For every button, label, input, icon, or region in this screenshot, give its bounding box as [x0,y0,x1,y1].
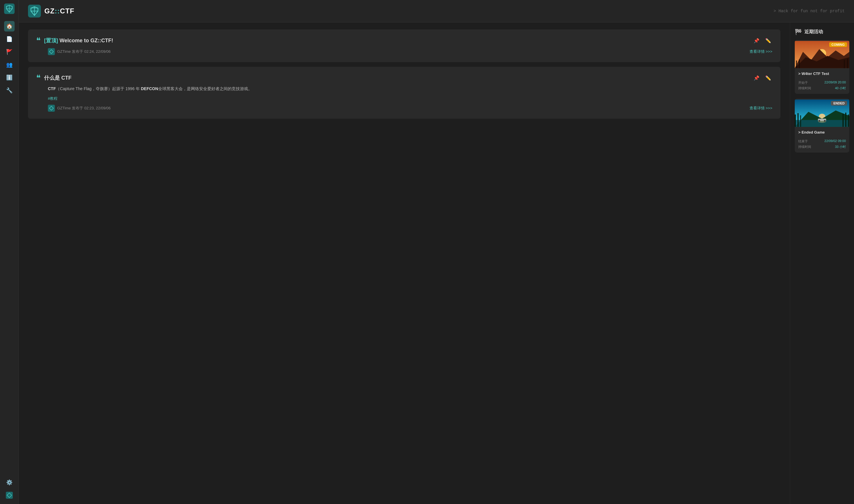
sidebar: 🏠 📄 🚩 👥 ℹ️ 🔧 ⚙️ [0,0,19,504]
post-card: ❝ [置顶] Welcome to GZ::CTF! 📌 ✏️ [28,30,781,62]
post-title-area: ❝ 什么是 CTF [36,74,71,82]
logo-separator: :: [55,7,60,15]
game-card-info: 开始于 22/09/09 20:00 持续时间 40 小时 [795,78,849,94]
quote-icon: ❝ [36,36,40,44]
game-card-ended[interactable]: ENDED > Ended Game 结束于 22/09/02 09:00 持续… [795,98,849,152]
post-actions: 📌 ✏️ [752,37,772,44]
header-tagline: > Hack for fun not for profit [773,9,845,14]
recent-activity-header: 🏁 近期活动 [795,28,849,35]
quote-icon: ❝ [36,74,40,82]
post-title-area: ❝ [置顶] Welcome to GZ::CTF! [36,36,113,44]
game-card-image: COMING [795,40,849,69]
svg-rect-23 [848,115,849,127]
logo-svg [28,5,41,18]
game-card-info-ended: 结束于 22/09/02 09:00 持续时间 33 小时 [795,137,849,152]
main-area: GZ::CTF > Hack for fun not for profit ❝ … [19,0,854,504]
post-header: ❝ 什么是 CTF 📌 ✏️ [36,74,772,82]
game-badge-coming: COMING [829,42,847,47]
svg-point-25 [818,120,820,122]
author-name: GZTime 发布于 02:24, 22/09/06 [57,49,111,54]
game-badge-ended: ENDED [831,101,847,106]
unpin-button[interactable]: 📌 [752,37,761,44]
svg-point-26 [824,120,826,122]
edit-button[interactable]: ✏️ [764,37,772,44]
post-header: ❝ [置顶] Welcome to GZ::CTF! 📌 ✏️ [36,36,772,44]
post-body-bold-defcon: DEFCON [141,86,158,91]
avatar [48,48,55,55]
author-published: 发布于 02:24, 22/09/06 [72,49,111,54]
svg-rect-12 [847,59,848,68]
edit-button[interactable]: ✏️ [764,74,772,82]
post-footer: GZTime 发布于 02:24, 22/09/06 查看详情 >>> [48,48,772,55]
game-end-value: 22/09/02 09:00 [824,139,846,144]
posts-area: ❝ [置顶] Welcome to GZ::CTF! 📌 ✏️ [19,22,790,504]
game-card-title-ended: > Ended Game [795,128,849,137]
post-author: GZTime 发布于 02:24, 22/09/06 [48,48,111,55]
svg-rect-20 [800,115,801,127]
author-name-text: GZTime [57,49,71,54]
svg-rect-18 [795,115,796,127]
game-start-label: 开始于 [798,80,808,85]
svg-rect-11 [844,60,845,68]
sidebar-logo [4,3,15,14]
sidebar-bottom: ⚙️ [4,477,15,501]
svg-rect-10 [799,59,800,68]
post-actions: 📌 ✏️ [752,74,772,82]
content-layout: ❝ [置顶] Welcome to GZ::CTF! 📌 ✏️ [19,22,854,504]
svg-rect-22 [845,112,847,127]
post-footer: GZTime 发布于 02:23, 22/09/06 查看详情 >>> [48,105,772,112]
right-sidebar: 🏁 近期活动 [790,22,854,504]
post-detail-link[interactable]: 查看详情 >>> [750,49,772,54]
sidebar-profile[interactable] [4,490,15,501]
post-title-text: Welcome to GZ::CTF! [59,38,113,43]
sidebar-item-users[interactable]: 👥 [4,59,15,70]
post-body: CTF（Capture The Flag，夺旗赛）起源于 1996 年 DEFC… [48,86,772,92]
game-info-row-end: 结束于 22/09/02 09:00 [798,139,846,144]
game-card-image-ended: ENDED [795,98,849,128]
svg-rect-21 [843,114,844,127]
logo-area: GZ::CTF [28,5,74,18]
sidebar-settings[interactable]: ⚙️ [4,477,15,488]
author-info: GZTime 发布于 02:23, 22/09/06 [57,106,111,111]
header: GZ::CTF > Hack for fun not for profit [19,0,854,22]
pin-button[interactable]: 📌 [752,74,761,82]
recent-activity-title: 近期活动 [804,29,823,35]
post-card: ❝ 什么是 CTF 📌 ✏️ CTF（Capture The Flag，夺旗赛）… [28,67,781,119]
post-body-paren: （Capture The Flag，夺旗赛）起源于 1996 年 [56,86,140,91]
sidebar-item-info[interactable]: ℹ️ [4,72,15,83]
flag-icon: 🏁 [795,28,802,35]
sidebar-item-docs[interactable]: 📄 [4,34,15,44]
post-author: GZTime 发布于 02:23, 22/09/06 [48,105,111,112]
pinned-tag: [置顶] [44,38,58,43]
svg-rect-19 [797,113,799,127]
game-duration-value: 40 小时 [835,86,846,90]
game-duration-value2: 33 小时 [835,145,846,149]
sidebar-item-home[interactable]: 🏠 [4,21,15,32]
game-start-value: 22/09/09 20:00 [824,80,846,85]
post-body-suffix: 全球黑客大会，是网络安全爱好者之间的竞技游戏。 [158,86,252,91]
game-info-row-duration: 持续时间 40 小时 [798,86,846,90]
svg-rect-9 [796,61,797,68]
post-tag[interactable]: #教程 [48,96,772,101]
game-duration-label: 持续时间 [798,86,811,90]
game-info-row-duration2: 持续时间 33 小时 [798,145,846,149]
game-duration-label2: 持续时间 [798,145,811,149]
sidebar-item-tools[interactable]: 🔧 [4,85,15,96]
author-name-text: GZTime [57,106,71,110]
logo-text: GZ::CTF [45,7,74,15]
game-card-coming[interactable]: COMING > W4ter CTF Test 开始于 22/09/09 20:… [795,40,849,94]
post-title: [置顶] Welcome to GZ::CTF! [44,37,113,44]
game-info-row-start: 开始于 22/09/09 20:00 [798,80,846,85]
post-body-bold-ctf: CTF [48,86,56,91]
post-title: 什么是 CTF [44,74,71,82]
sidebar-item-games[interactable]: 🚩 [4,47,15,57]
game-end-label: 结束于 [798,139,808,144]
post-detail-link[interactable]: 查看详情 >>> [750,106,772,111]
game-card-title: > W4ter CTF Test [795,69,849,78]
author-published: 发布于 02:23, 22/09/06 [72,106,111,110]
avatar [48,105,55,112]
